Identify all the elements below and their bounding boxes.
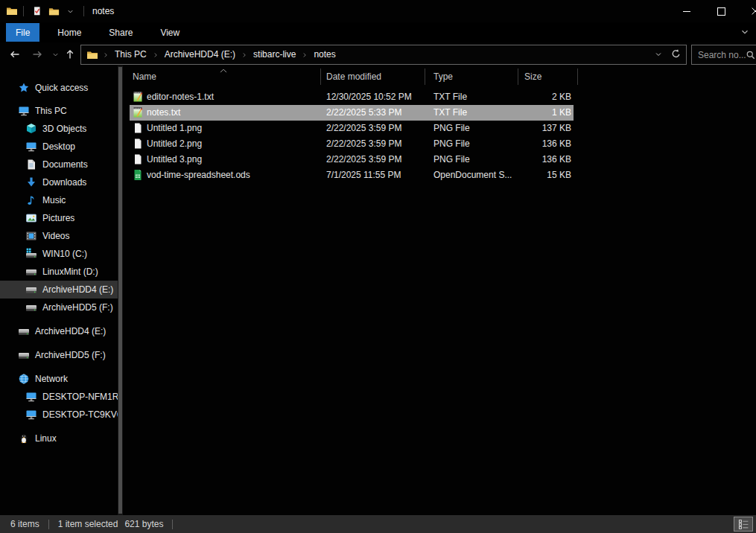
- tab-home[interactable]: Home: [48, 23, 91, 42]
- expand-ribbon-button[interactable]: [740, 27, 750, 37]
- search-input[interactable]: [692, 50, 746, 60]
- monitor-icon: [18, 105, 30, 117]
- sidebar-item-archivehdd5-f-root[interactable]: ArchiveHDD5 (F:): [0, 346, 118, 364]
- breadcrumb-separator-icon: [301, 51, 308, 59]
- column-header-size[interactable]: Size: [524, 71, 541, 82]
- column-divider[interactable]: [577, 68, 578, 85]
- monitor-icon: [25, 409, 37, 421]
- window-folder-icon: [6, 5, 18, 17]
- chevron-down-icon: [740, 27, 750, 37]
- qat-new-folder-button[interactable]: [45, 3, 62, 19]
- document-icon: [25, 159, 37, 170]
- sidebar-item-win10-c[interactable]: WIN10 (C:): [0, 245, 118, 263]
- status-divider: [48, 520, 49, 529]
- tab-view[interactable]: View: [150, 23, 189, 42]
- file-modified: 2/22/2025 3:59 PM: [326, 152, 401, 167]
- breadcrumb-current-folder[interactable]: notes: [308, 46, 340, 63]
- sidebar-item-music[interactable]: Music: [0, 191, 118, 209]
- column-header-type[interactable]: Type: [433, 71, 453, 82]
- sidebar-item-label: WIN10 (C:): [42, 249, 87, 259]
- sidebar-item-desktop-tc9kvgk[interactable]: DESKTOP-TC9KVGK: [0, 406, 118, 424]
- search-box[interactable]: [691, 45, 756, 65]
- location-folder-icon: [86, 49, 98, 61]
- file-size: 15 KB: [492, 167, 571, 183]
- sidebar-item-downloads[interactable]: Downloads: [0, 173, 118, 191]
- details-view-icon: [738, 519, 749, 530]
- recent-locations-button[interactable]: [48, 47, 63, 62]
- refresh-icon[interactable]: [670, 48, 682, 60]
- file-name: Untitled 3.png: [147, 152, 202, 167]
- file-list-pane: Name Date modified Type Size editor-note…: [123, 66, 756, 515]
- column-header-name[interactable]: Name: [133, 71, 156, 82]
- column-divider[interactable]: [425, 68, 425, 85]
- file-row-untitled-2[interactable]: Untitled 2.png 2/22/2025 3:59 PM PNG Fil…: [130, 136, 574, 152]
- sidebar-item-desktop[interactable]: Desktop: [0, 138, 118, 156]
- drive-icon: [25, 284, 37, 296]
- sidebar-item-desktop-nfm1r9f[interactable]: DESKTOP-NFM1R9F: [0, 388, 118, 406]
- sidebar-item-videos[interactable]: Videos: [0, 227, 118, 245]
- file-row-untitled-1[interactable]: Untitled 1.png 2/22/2025 3:59 PM PNG Fil…: [130, 121, 574, 136]
- qat-customize-button[interactable]: [62, 3, 78, 19]
- qat-properties-button[interactable]: [29, 3, 45, 19]
- minimize-icon: [683, 11, 690, 12]
- picture-icon: [25, 212, 37, 224]
- up-arrow-icon: [64, 48, 76, 60]
- sidebar-item-label: LinuxMint (D:): [42, 266, 98, 277]
- close-button[interactable]: [738, 0, 756, 22]
- file-row-editor-notes[interactable]: editor-notes-1.txt 12/30/2025 10:52 PM T…: [130, 89, 574, 105]
- sidebar-item-label: 3D Objects: [42, 124, 86, 134]
- sidebar-item-archivehdd4-e-root[interactable]: ArchiveHDD4 (E:): [0, 322, 118, 340]
- sidebar-item-documents[interactable]: Documents: [0, 156, 118, 173]
- file-name: vod-time-spreadsheet.ods: [147, 167, 250, 183]
- sidebar-item-3d-objects[interactable]: 3D Objects: [0, 120, 118, 138]
- minimize-button[interactable]: [670, 0, 704, 22]
- status-divider: [172, 520, 173, 529]
- chevron-down-icon: [51, 51, 60, 59]
- globe-icon: [18, 373, 30, 385]
- sidebar-item-quick-access[interactable]: Quick access: [0, 79, 118, 97]
- film-icon: [25, 230, 37, 242]
- tab-share[interactable]: Share: [99, 23, 142, 42]
- forward-button[interactable]: [30, 47, 45, 62]
- maximize-button[interactable]: [704, 0, 738, 22]
- sidebar-item-label: Network: [35, 374, 68, 384]
- blank-file-icon: [132, 122, 144, 134]
- file-modified: 2/22/2025 3:59 PM: [326, 121, 401, 136]
- sidebar-item-label: ArchiveHDD4 (E:): [42, 284, 113, 295]
- properties-icon: [32, 6, 42, 16]
- sidebar-scrollbar[interactable]: [118, 66, 123, 515]
- address-dropdown-icon[interactable]: [654, 50, 663, 59]
- column-header-modified[interactable]: Date modified: [326, 71, 381, 82]
- navigation-pane: Quick access This PC 3D Objects Desktop …: [0, 66, 118, 515]
- file-row-notes-selected[interactable]: notes.txt 2/22/2025 5:33 PM TXT File 1 K…: [130, 105, 574, 121]
- file-size: 136 KB: [492, 152, 571, 167]
- details-view-button[interactable]: [734, 517, 753, 532]
- sidebar-item-pictures[interactable]: Pictures: [0, 209, 118, 227]
- address-bar[interactable]: This PC ArchiveHDD4 (E:) stibarc-live no…: [80, 45, 687, 65]
- navigation-bar: This PC ArchiveHDD4 (E:) stibarc-live no…: [0, 42, 756, 66]
- sidebar-item-label: ArchiveHDD5 (F:): [42, 302, 113, 313]
- sidebar-item-network[interactable]: Network: [0, 370, 118, 388]
- sidebar-item-linux[interactable]: Linux: [0, 430, 118, 447]
- breadcrumb-this-pc[interactable]: This PC: [109, 46, 152, 63]
- sidebar-item-archivehdd4-e[interactable]: ArchiveHDD4 (E:): [0, 281, 118, 299]
- sidebar-item-linuxmint-d[interactable]: LinuxMint (D:): [0, 263, 118, 281]
- file-name: notes.txt: [147, 105, 180, 121]
- file-size: 137 KB: [492, 121, 571, 136]
- column-divider[interactable]: [320, 68, 321, 85]
- up-button[interactable]: [63, 47, 77, 62]
- column-divider[interactable]: [518, 68, 518, 85]
- back-button[interactable]: [7, 47, 22, 62]
- file-row-untitled-3[interactable]: Untitled 3.png 2/22/2025 3:59 PM PNG Fil…: [130, 152, 574, 167]
- window-title: notes: [92, 6, 114, 16]
- file-row-vod-spreadsheet[interactable]: vod-time-spreadsheet.ods 7/1/2025 11:55 …: [130, 167, 574, 183]
- sidebar-item-archivehdd5-f[interactable]: ArchiveHDD5 (F:): [0, 299, 118, 316]
- star-icon: [18, 82, 30, 94]
- scrollbar-thumb[interactable]: [118, 67, 122, 514]
- breadcrumb-drive[interactable]: ArchiveHDD4 (E:): [159, 46, 241, 63]
- tab-file[interactable]: File: [6, 23, 39, 42]
- breadcrumb-parent-folder[interactable]: stibarc-live: [248, 46, 301, 63]
- sidebar-item-this-pc[interactable]: This PC: [0, 102, 118, 120]
- search-icon[interactable]: [746, 50, 756, 60]
- ribbon-tab-bar: File Home Share View: [0, 22, 756, 42]
